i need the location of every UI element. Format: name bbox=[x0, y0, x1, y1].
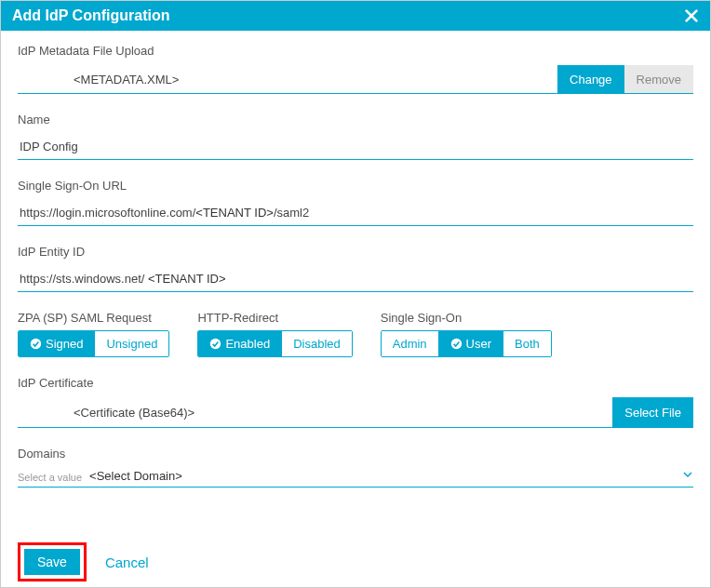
http-redirect-toggle: Enabled Disabled bbox=[197, 330, 352, 357]
toggle-label: Both bbox=[515, 337, 540, 351]
metadata-field-row: <METADATA.XML> Change Remove bbox=[18, 65, 693, 94]
domains-label: Domains bbox=[18, 447, 693, 461]
sso-label: Single Sign-On bbox=[381, 311, 552, 325]
sso-admin[interactable]: Admin bbox=[382, 331, 438, 356]
entity-id-value: https://sts.windows.net/ <TENANT ID> bbox=[18, 266, 693, 291]
http-redirect-group: HTTP-Redirect Enabled Disabled bbox=[197, 311, 352, 357]
metadata-label: IdP Metadata File Upload bbox=[18, 44, 693, 58]
saml-request-toggle: Signed Unsigned bbox=[18, 330, 169, 357]
toggle-label: Admin bbox=[393, 337, 427, 351]
entity-id-label: IdP Entity ID bbox=[18, 245, 693, 259]
sso-user[interactable]: User bbox=[438, 331, 503, 356]
sso-toggle: Admin User Both bbox=[381, 330, 552, 357]
dialog-titlebar: Add IdP Configuration bbox=[1, 1, 710, 31]
save-highlight: Save bbox=[18, 542, 87, 581]
dialog-footer: Save Cancel bbox=[1, 537, 710, 587]
entity-id-prefix: https://sts.windows.net/ bbox=[20, 272, 148, 286]
domains-select[interactable]: Select a value <Select Domain> bbox=[18, 468, 693, 488]
entity-id-section: IdP Entity ID https://sts.windows.net/ <… bbox=[18, 245, 693, 292]
name-field-row bbox=[18, 134, 693, 160]
toggle-label: Disabled bbox=[293, 337, 341, 351]
toggles-section: ZPA (SP) SAML Request Signed Unsigned bbox=[18, 311, 693, 357]
sso-group: Single Sign-On Admin User Both bbox=[381, 311, 552, 357]
svg-point-1 bbox=[210, 339, 221, 349]
metadata-section: IdP Metadata File Upload <METADATA.XML> … bbox=[18, 44, 693, 94]
sso-url-suffix: /saml2 bbox=[274, 206, 309, 220]
svg-point-2 bbox=[450, 339, 461, 349]
chevron-down-icon bbox=[682, 468, 693, 483]
toggle-label: Enabled bbox=[225, 337, 270, 351]
sso-url-field-row[interactable]: https://login.microsoftonline.com/<TENAN… bbox=[18, 200, 693, 226]
metadata-value: <METADATA.XML> bbox=[18, 67, 557, 92]
check-icon bbox=[450, 338, 463, 350]
entity-id-field-row[interactable]: https://sts.windows.net/ <TENANT ID> bbox=[18, 266, 693, 292]
close-icon[interactable] bbox=[682, 7, 701, 25]
sso-url-section: Single Sign-On URL https://login.microso… bbox=[18, 179, 693, 226]
sso-url-label: Single Sign-On URL bbox=[18, 179, 693, 193]
save-button[interactable]: Save bbox=[24, 549, 80, 575]
cert-value: <Certificate (Base64)> bbox=[18, 400, 612, 425]
entity-id-tenant-placeholder: <TENANT ID> bbox=[148, 272, 226, 286]
saml-request-group: ZPA (SP) SAML Request Signed Unsigned bbox=[18, 311, 169, 357]
http-redirect-disabled[interactable]: Disabled bbox=[281, 331, 352, 356]
http-redirect-enabled[interactable]: Enabled bbox=[198, 331, 281, 356]
saml-request-signed[interactable]: Signed bbox=[19, 331, 94, 356]
toggle-label: Unsigned bbox=[106, 337, 157, 351]
change-button[interactable]: Change bbox=[557, 65, 624, 93]
toggle-label: User bbox=[466, 337, 491, 351]
select-file-button[interactable]: Select File bbox=[612, 397, 693, 427]
name-label: Name bbox=[18, 113, 693, 127]
check-icon bbox=[30, 338, 42, 350]
dialog-title: Add IdP Configuration bbox=[12, 7, 682, 24]
check-icon bbox=[209, 338, 221, 350]
name-input[interactable] bbox=[18, 134, 693, 159]
cert-section: IdP Certificate <Certificate (Base64)> S… bbox=[18, 376, 693, 428]
domains-section: Domains Select a value <Select Domain> bbox=[18, 447, 693, 488]
sso-both[interactable]: Both bbox=[503, 331, 551, 356]
cert-field-row: <Certificate (Base64)> Select File bbox=[18, 397, 693, 428]
saml-request-unsigned[interactable]: Unsigned bbox=[94, 331, 168, 356]
cancel-button[interactable]: Cancel bbox=[105, 555, 149, 570]
saml-request-label: ZPA (SP) SAML Request bbox=[18, 311, 169, 325]
http-redirect-label: HTTP-Redirect bbox=[197, 311, 352, 325]
domains-helper: Select a value bbox=[18, 472, 82, 483]
name-section: Name bbox=[18, 113, 693, 160]
dialog-body: IdP Metadata File Upload <METADATA.XML> … bbox=[1, 31, 710, 537]
sso-url-tenant-placeholder: <TENANT ID> bbox=[195, 206, 274, 220]
svg-point-0 bbox=[31, 339, 41, 349]
toggle-label: Signed bbox=[46, 337, 83, 351]
remove-button[interactable]: Remove bbox=[624, 65, 693, 93]
sso-url-value: https://login.microsoftonline.com/<TENAN… bbox=[18, 200, 693, 225]
sso-url-prefix: https://login.microsoftonline.com/ bbox=[20, 206, 195, 220]
dialog: Add IdP Configuration IdP Metadata File … bbox=[0, 0, 711, 588]
cert-label: IdP Certificate bbox=[18, 376, 693, 390]
domains-value: <Select Domain> bbox=[89, 469, 682, 483]
